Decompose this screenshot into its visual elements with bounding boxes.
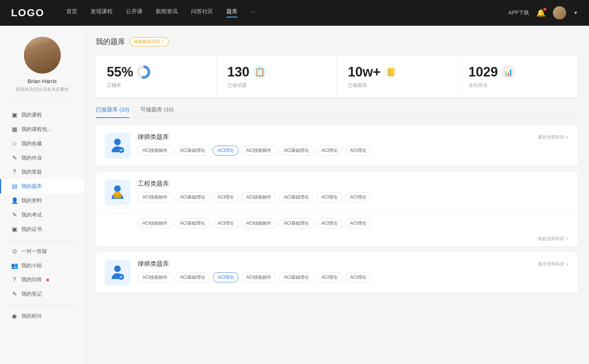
bank-card-2-collapse[interactable]: 收起全部科目 ∧ <box>96 233 578 246</box>
menu-label: 我的课程 <box>21 112 42 118</box>
bank-card-1-header: 律师类题库 ACI技能操作 ACI基础理论 ACI理论 ACI技能操作 ACI基… <box>96 125 578 166</box>
svg-point-2 <box>114 185 121 192</box>
tag[interactable]: ACI基础理论 <box>279 218 314 228</box>
nav-discover[interactable]: 发现课程 <box>91 8 113 18</box>
bank-card-1-name: 律师类题库 <box>138 133 530 141</box>
tag[interactable]: ACI理论 <box>317 192 342 202</box>
notes-icon: ✎ <box>11 290 18 297</box>
nav-public-course[interactable]: 公开课 <box>126 8 142 18</box>
page-header: 我的题库 体验剩余23天！ <box>96 37 578 47</box>
bank-icon: ▤ <box>11 183 18 190</box>
tag[interactable]: ACI理论 <box>213 192 239 202</box>
avatar[interactable] <box>553 6 566 19</box>
tag-active[interactable]: ACI理论 <box>213 272 239 282</box>
tag[interactable]: ACI理论 <box>345 218 371 228</box>
cert-icon: ▣ <box>11 226 18 233</box>
sidebar-item-collection[interactable]: ☆ 我的收藏 <box>0 136 84 151</box>
tab-available-banks[interactable]: 可做题库 (10) <box>140 106 174 118</box>
sidebar-item-points[interactable]: ◉ 我的积分 <box>0 309 84 323</box>
rank-icon: 📊 <box>502 65 515 79</box>
svg-point-6 <box>114 265 121 272</box>
notification-bell[interactable]: 🔔 <box>536 8 546 17</box>
menu-label: 我的题库 <box>21 183 42 190</box>
bank-card-2-content: 工程类题库 ACI技能操作 ACI基础理论 ACI理论 ACI技能操作 ACI基… <box>138 179 569 202</box>
package-icon: ▦ <box>11 126 18 133</box>
stat-rank: 1029 📊 全站排名 <box>458 56 578 97</box>
sidebar-menu: ▣ 我的课程 ▦ 我的课程包... ☆ 我的收藏 ✎ 我的作业 ? 我的答疑 ▤… <box>0 108 84 323</box>
tag[interactable]: ACI技能操作 <box>241 218 276 228</box>
bank-card-3-header: 律师类题库 ACI技能操作 ACI基础理论 ACI理论 ACI技能操作 ACI基… <box>96 252 578 293</box>
nav-more[interactable]: ··· <box>251 8 255 18</box>
tag[interactable]: ACI技能操作 <box>241 192 276 202</box>
sidebar-item-my-qa[interactable]: ? 我的问答 <box>0 273 84 287</box>
stat-label-rank: 全站排名 <box>469 82 567 89</box>
tag[interactable]: ACI基础理论 <box>279 146 314 156</box>
tag[interactable]: ACI理论 <box>213 218 239 228</box>
homework-icon: ✎ <box>11 154 18 161</box>
menu-label: 我的答疑 <box>21 169 42 175</box>
stat-value-banks: 10w+ <box>348 64 381 80</box>
stat-done-questions: 130 📋 已做试题 <box>216 56 337 97</box>
tag[interactable]: ACI基础理论 <box>175 272 210 282</box>
tag[interactable]: ACI理论 <box>345 272 371 282</box>
sidebar-item-1on1[interactable]: ⊙ 一对一答疑 <box>0 244 84 258</box>
tag[interactable]: ACI理论 <box>345 192 371 202</box>
nav-menu: 首页 发现课程 公开课 新闻资讯 问答社区 题库 ··· <box>66 8 508 18</box>
tag[interactable]: ACI技能操作 <box>138 192 172 202</box>
tag[interactable]: ACI技能操作 <box>138 272 172 282</box>
app-download-link[interactable]: APP下载 <box>508 10 529 16</box>
tag[interactable]: ACI基础理论 <box>279 192 314 202</box>
done-questions-icon: 📋 <box>253 65 267 79</box>
sidebar-item-exam[interactable]: ✎ 我的考试 <box>0 208 84 222</box>
user-dropdown-icon[interactable]: ▼ <box>574 10 578 15</box>
sidebar-item-questions[interactable]: ? 我的答疑 <box>0 165 84 179</box>
bank-card-1-tags: ACI技能操作 ACI基础理论 ACI理论 ACI技能操作 ACI基础理论 AC… <box>138 146 530 156</box>
tag[interactable]: ACI基础理论 <box>279 272 314 282</box>
stat-done-banks: 10w+ 📒 已做题库 <box>337 56 458 97</box>
bank-card-2: 工程类题库 ACI技能操作 ACI基础理论 ACI理论 ACI技能操作 ACI基… <box>96 172 578 246</box>
done-banks-icon: 📒 <box>384 65 398 79</box>
logo: LOGO <box>11 7 44 19</box>
tag[interactable]: ACI基础理论 <box>175 218 210 228</box>
sidebar-item-certificate[interactable]: ▣ 我的证书 <box>0 222 84 236</box>
tag[interactable]: ACI技能操作 <box>241 272 276 282</box>
tag[interactable]: ACI基础理论 <box>175 192 210 202</box>
bank-card-1-icon <box>105 133 130 158</box>
nav-qa[interactable]: 问答社区 <box>191 8 213 18</box>
question-icon: ? <box>11 169 18 175</box>
sidebar-item-group[interactable]: 👥 我的小组 <box>0 258 84 273</box>
bank-card-3-name: 律师类题库 <box>138 260 530 268</box>
sidebar-divider-2 <box>7 240 77 240</box>
tag[interactable]: ACI理论 <box>317 218 342 228</box>
nav-news[interactable]: 新闻资讯 <box>156 8 178 18</box>
bank-card-3-expand[interactable]: 展开全部科目 ∨ <box>538 260 569 267</box>
tag[interactable]: ACI基础理论 <box>175 146 210 156</box>
avatar-image <box>24 37 61 74</box>
sidebar-item-course-package[interactable]: ▦ 我的课程包... <box>0 122 84 136</box>
accuracy-pie-icon <box>137 65 150 79</box>
sidebar-item-profile[interactable]: 👤 我的资料 <box>0 193 84 208</box>
menu-label: 我的考试 <box>21 212 42 218</box>
nav-question-bank[interactable]: 题库 <box>226 8 237 18</box>
tag[interactable]: ACI技能操作 <box>138 218 172 228</box>
sidebar-item-question-bank[interactable]: ▤ 我的题库 <box>0 179 84 193</box>
bank-card-2-name: 工程类题库 <box>138 179 569 188</box>
bank-card-2-icon <box>105 179 130 205</box>
tag-active[interactable]: ACI理论 <box>213 146 239 156</box>
tag[interactable]: ACI理论 <box>317 146 342 156</box>
sidebar-item-notes[interactable]: ✎ 我的笔记 <box>0 287 84 301</box>
sidebar-divider-3 <box>7 305 77 305</box>
tag[interactable]: ACI理论 <box>345 146 371 156</box>
menu-label: 我的课程包... <box>21 126 52 133</box>
sidebar-username: Brian Harris <box>7 78 77 84</box>
sidebar-item-homework[interactable]: ✎ 我的作业 <box>0 151 84 165</box>
bank-card-1-expand[interactable]: 展开全部科目 ∨ <box>538 133 569 140</box>
sidebar-item-my-course[interactable]: ▣ 我的课程 <box>0 108 84 122</box>
stat-label-accuracy: 正确率 <box>107 82 205 89</box>
tab-done-banks[interactable]: 已做题库 (10) <box>96 106 129 118</box>
tag[interactable]: ACI技能操作 <box>138 146 172 156</box>
sidebar: Brian Harris 错误的决定比没有决定要好 ▣ 我的课程 ▦ 我的课程包… <box>0 26 85 364</box>
tag[interactable]: ACI技能操作 <box>241 146 276 156</box>
nav-home[interactable]: 首页 <box>66 8 77 18</box>
tag[interactable]: ACI理论 <box>317 272 342 282</box>
